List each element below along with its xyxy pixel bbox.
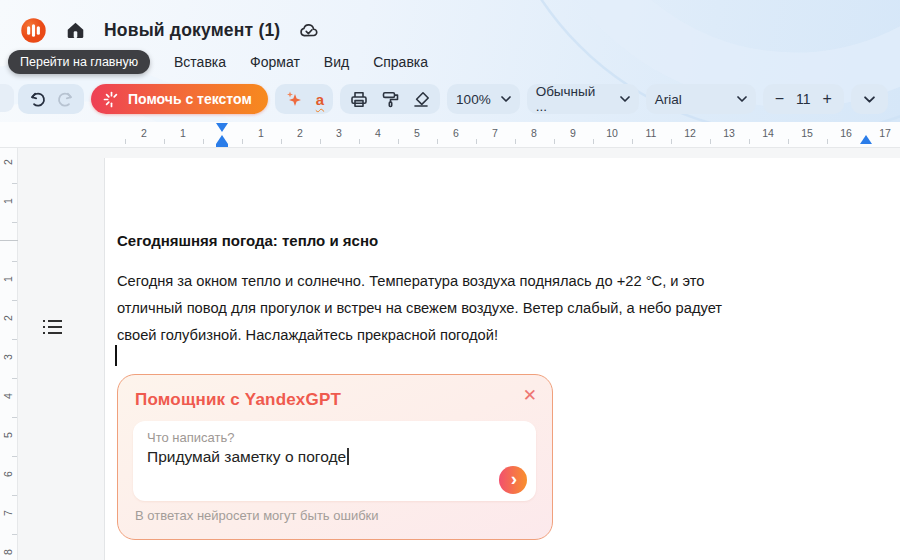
menu-insert[interactable]: Вставка bbox=[174, 54, 226, 70]
font-size-value[interactable]: 11 bbox=[796, 91, 811, 107]
ruler-number: 13 bbox=[723, 127, 735, 139]
paragraph-style-value: Обычный ... bbox=[536, 84, 610, 114]
horizontal-ruler[interactable]: 211234567891011121314151617 bbox=[0, 122, 900, 148]
send-button[interactable]: › bbox=[499, 466, 527, 494]
menu-format[interactable]: Формат bbox=[250, 54, 300, 70]
font-size-decrease-button[interactable]: − bbox=[772, 90, 787, 108]
yandexgpt-assistant-panel: Помощник с YandexGPT ✕ Что написать? При… bbox=[117, 374, 553, 540]
ruler-tick bbox=[12, 417, 17, 418]
ruler-tick bbox=[515, 139, 516, 144]
ruler-tick bbox=[12, 456, 17, 457]
ruler-number: 7 bbox=[2, 506, 14, 520]
send-arrow-icon: › bbox=[511, 468, 517, 490]
help-with-text-button[interactable]: Помочь с текстом bbox=[91, 84, 268, 114]
first-line-indent-marker[interactable] bbox=[216, 123, 228, 132]
more-tools-dropdown[interactable] bbox=[851, 84, 888, 114]
eraser-icon[interactable] bbox=[411, 88, 431, 110]
magic-sparkle-icon[interactable] bbox=[284, 88, 304, 110]
paragraph-line: отличный повод для прогулок и встреч на … bbox=[117, 295, 757, 322]
ruler-tick bbox=[788, 139, 789, 144]
font-family-value: Arial bbox=[655, 92, 682, 107]
assistant-title: Помощник с YandexGPT bbox=[135, 390, 341, 410]
paragraph-style-dropdown[interactable]: Обычный ... bbox=[527, 84, 639, 114]
menu-view[interactable]: Вид bbox=[324, 54, 349, 70]
ruler-tick bbox=[671, 139, 672, 144]
ruler-number: 2 bbox=[297, 127, 303, 139]
font-size-increase-button[interactable]: + bbox=[820, 90, 835, 108]
font-family-dropdown[interactable]: Arial bbox=[646, 84, 756, 114]
ruler-tick bbox=[827, 139, 828, 144]
home-icon[interactable] bbox=[65, 20, 86, 41]
left-indent-base[interactable] bbox=[216, 144, 228, 147]
redo-icon[interactable] bbox=[55, 88, 75, 110]
top-margin-boundary bbox=[0, 240, 18, 241]
assistant-prompt-input[interactable]: Что написать? Придумай заметку о погоде … bbox=[133, 421, 536, 501]
ruler-number: 2 bbox=[2, 311, 14, 325]
paragraph-line: Сегодня за окном тепло и солнечно. Темпе… bbox=[117, 268, 757, 295]
ruler-number: 15 bbox=[801, 127, 813, 139]
menu-help[interactable]: Справка bbox=[373, 54, 428, 70]
vertical-ruler[interactable]: 2112345678 bbox=[0, 148, 18, 560]
zoom-dropdown[interactable]: 100% bbox=[447, 84, 520, 114]
ruler-number: 4 bbox=[375, 127, 381, 139]
paint-roller-icon[interactable] bbox=[380, 88, 400, 110]
ruler-number: 1 bbox=[2, 194, 14, 208]
ruler-number: 7 bbox=[492, 127, 498, 139]
close-icon[interactable]: ✕ bbox=[523, 387, 537, 404]
ruler-number: 4 bbox=[2, 389, 14, 403]
document-outline-button[interactable] bbox=[40, 316, 64, 338]
assistant-disclaimer: В ответах нейросети могут быть ошибки bbox=[135, 508, 379, 523]
cloud-saved-icon bbox=[298, 21, 320, 39]
yandex-documents-logo[interactable] bbox=[20, 17, 47, 44]
left-indent-marker[interactable] bbox=[216, 135, 228, 144]
ruler-number: 12 bbox=[684, 127, 696, 139]
undo-icon[interactable] bbox=[27, 88, 47, 110]
zoom-value: 100% bbox=[456, 92, 491, 107]
document-heading[interactable]: Сегодняшняя погода: тепло и ясно bbox=[117, 232, 378, 249]
toolbar-edge-button[interactable] bbox=[0, 84, 14, 112]
ruler-number: 3 bbox=[2, 350, 14, 364]
ruler-tick bbox=[203, 139, 204, 144]
printer-icon[interactable] bbox=[349, 88, 369, 110]
document-paragraph[interactable]: Сегодня за окном тепло и солнечно. Темпе… bbox=[117, 268, 757, 349]
ruler-tick bbox=[593, 139, 594, 144]
chevron-down-icon bbox=[620, 96, 630, 102]
ruler-number: 1 bbox=[180, 127, 186, 139]
input-caret bbox=[347, 448, 349, 465]
spellcheck-icon[interactable]: a bbox=[316, 92, 324, 107]
chevron-down-icon bbox=[501, 96, 511, 102]
ai-tools-group: a bbox=[275, 84, 333, 114]
go-home-tooltip: Перейти на главную bbox=[8, 50, 150, 74]
ruler-tick bbox=[359, 139, 360, 144]
ruler-tick bbox=[12, 339, 17, 340]
ruler-tick bbox=[12, 534, 17, 535]
ruler-number: 1 bbox=[2, 272, 14, 286]
ruler-number: 3 bbox=[336, 127, 342, 139]
ruler-number: 11 bbox=[646, 127, 657, 139]
ruler-number: 8 bbox=[2, 545, 14, 559]
text-cursor bbox=[115, 345, 117, 366]
document-title[interactable]: Новый документ (1) bbox=[104, 20, 280, 41]
ruler-number: 2 bbox=[141, 127, 147, 139]
undo-redo-group bbox=[18, 84, 84, 114]
chevron-down-icon bbox=[864, 96, 875, 103]
ruler-tick bbox=[632, 139, 633, 144]
ruler-tick bbox=[749, 139, 750, 144]
ruler-tick bbox=[437, 139, 438, 144]
ruler-tick bbox=[12, 222, 17, 223]
ruler-number: 8 bbox=[531, 127, 537, 139]
toolbar: Помочь с текстом a bbox=[18, 84, 888, 114]
ruler-tick bbox=[12, 183, 17, 184]
ruler-tick bbox=[12, 261, 17, 262]
print-format-group bbox=[340, 84, 440, 114]
assistant-input-value[interactable]: Придумай заметку о погоде bbox=[147, 448, 349, 466]
workspace: 2112345678 Сегодняшняя погода: тепло и я… bbox=[0, 148, 900, 560]
ruler-tick bbox=[12, 300, 17, 301]
ruler-number: 10 bbox=[606, 127, 618, 139]
ruler-tick bbox=[281, 139, 282, 144]
chevron-down-icon bbox=[737, 96, 747, 102]
menubar: Перейти на главную Вставка Формат Вид Сп… bbox=[8, 49, 428, 75]
right-indent-marker[interactable] bbox=[860, 135, 872, 144]
ruler-tick bbox=[12, 378, 17, 379]
ruler-number: 1 bbox=[258, 127, 264, 139]
